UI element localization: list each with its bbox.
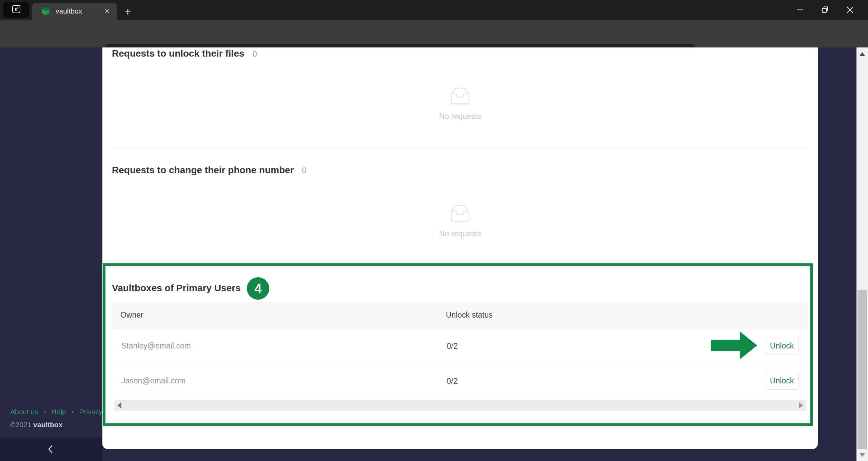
owner-email: Jason@email.com — [121, 363, 186, 398]
copyright-year: ©2021 — [10, 421, 33, 428]
section-divider — [112, 148, 808, 148]
annotation-arrow-icon — [711, 331, 757, 360]
window-controls — [787, 0, 863, 20]
section-title: Requests to change their phone number — [112, 165, 294, 176]
app-page: Requests to unlock their files 0 No requ… — [0, 47, 856, 461]
column-header-owner: Owner — [120, 302, 143, 328]
copyright-text: ©2021 vaultbox — [10, 421, 62, 429]
tab-close-icon[interactable] — [103, 7, 112, 16]
workspaces-button[interactable] — [3, 2, 29, 18]
tab-title: vaultbox — [56, 7, 103, 15]
unlock-button[interactable]: Unlock — [765, 337, 799, 355]
empty-tray-icon — [447, 102, 474, 108]
sidebar-bottom-bar — [0, 438, 102, 461]
scroll-right-icon[interactable] — [799, 402, 803, 408]
collapse-sidebar-button[interactable] — [44, 442, 57, 456]
section-count: 0 — [253, 49, 257, 59]
unlock-status-value: 0/2 — [447, 328, 458, 363]
footer-links: About us • Help • Privacy — [10, 408, 102, 416]
brand-name: vaultbox — [33, 421, 62, 428]
step-annotation-badge: 4 — [247, 277, 269, 300]
vaultbox-favicon-icon — [41, 6, 51, 16]
browser-window: vaultbox + ← → — [0, 0, 868, 461]
scroll-up-icon[interactable] — [860, 52, 865, 56]
section-phone-number-heading: Requests to change their phone number 0 — [112, 165, 307, 176]
footer-link-privacy[interactable]: Privacy — [79, 408, 102, 416]
workspaces-icon — [11, 4, 21, 16]
owner-email: Stanley@email.com — [121, 328, 191, 363]
empty-state-text: No requests — [102, 112, 818, 121]
browser-toolbar: ← → https://app.vaultbox.tech/deputy — [0, 20, 868, 47]
empty-tray-icon — [447, 220, 474, 225]
section-title: Vaultboxes of Primary Users — [112, 283, 241, 294]
new-tab-button[interactable]: + — [121, 4, 135, 19]
scroll-left-icon[interactable] — [117, 402, 121, 408]
footer-link-help[interactable]: Help — [52, 408, 66, 416]
footer-link-about[interactable]: About us — [10, 408, 38, 416]
page-scrollbar[interactable] — [856, 47, 868, 461]
table-row: Jason@email.com 0/2 Unlock — [112, 363, 808, 399]
section-title: Requests to unlock their files — [112, 48, 244, 59]
tab-bar: vaultbox + — [0, 0, 868, 20]
section-count: 0 — [302, 166, 307, 175]
unlock-status-value: 0/2 — [447, 363, 458, 398]
restore-button[interactable] — [812, 0, 837, 20]
footer-separator: • — [72, 408, 74, 416]
table-header-row: Owner Unlock status — [112, 302, 808, 328]
minimize-button[interactable] — [787, 0, 812, 20]
content-card: Requests to unlock their files 0 No requ… — [102, 47, 818, 449]
table-horizontal-scrollbar[interactable] — [114, 400, 806, 411]
browser-tab-vaultbox[interactable]: vaultbox — [32, 3, 117, 20]
scrollbar-thumb[interactable] — [857, 290, 867, 449]
section-vaultboxes-heading: Vaultboxes of Primary Users 2 — [112, 283, 253, 294]
column-header-unlock-status: Unlock status — [446, 302, 493, 328]
unlock-button[interactable]: Unlock — [765, 372, 799, 390]
vaultboxes-highlight-box: Vaultboxes of Primary Users 2 4 Owner Un… — [103, 263, 813, 426]
table-row: Stanley@email.com 0/2 Unlock — [112, 328, 808, 363]
scroll-down-icon[interactable] — [860, 453, 865, 457]
close-window-button[interactable] — [837, 0, 863, 20]
empty-state-phone-number: No requests — [102, 202, 818, 238]
footer-separator: • — [44, 408, 46, 416]
empty-state-text: No requests — [102, 229, 818, 238]
section-unlock-files-heading: Requests to unlock their files 0 — [112, 48, 257, 59]
empty-state-unlock-files: No requests — [102, 85, 818, 121]
